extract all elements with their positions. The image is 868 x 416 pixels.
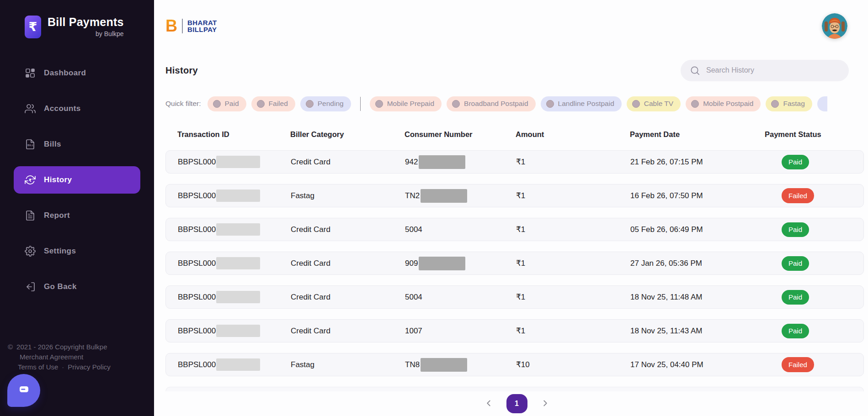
redaction-box: [216, 257, 260, 269]
table-row[interactable]: BBPSL0001 Credit Card 909 ₹1 27 Jan 26, …: [165, 252, 864, 275]
privacy-policy-link[interactable]: Privacy Policy: [68, 362, 110, 372]
transaction-id-cell: BBPSL0001: [178, 257, 291, 269]
copyright-icon: ©: [8, 342, 13, 352]
chat-widget-button[interactable]: [7, 374, 40, 407]
app-title: Bill Payments: [48, 16, 124, 29]
sidebar-item-dashboard[interactable]: Dashboard: [14, 59, 140, 87]
amount-cell: ₹1: [516, 191, 630, 200]
consumer-number-cell: 5004: [405, 225, 516, 234]
redaction-box: [216, 358, 260, 371]
chevron-right-icon: [540, 398, 550, 410]
payment-status-cell: Paid: [765, 324, 863, 338]
avatar-illustration: [822, 13, 847, 39]
column-header-payment-date: Payment Date: [630, 130, 765, 139]
biller-category-cell: Credit Card: [291, 158, 405, 167]
redaction-box: [216, 291, 260, 303]
amount-cell: ₹10: [516, 360, 630, 369]
radio-dot-icon: [257, 100, 265, 108]
radio-dot-icon: [213, 100, 221, 108]
settings-gear-icon: [25, 246, 36, 257]
biller-category-cell: Credit Card: [291, 293, 405, 302]
payment-date-cell: 21 Feb 26, 07:15 PM: [630, 158, 765, 167]
sidebar-item-report[interactable]: Report: [14, 202, 140, 229]
consumer-number-cell: TN8: [405, 358, 516, 372]
column-header-transaction-id: Transaction ID: [177, 130, 290, 139]
search-input[interactable]: [706, 66, 840, 74]
search-bar[interactable]: [681, 60, 849, 81]
radio-dot-icon: [452, 100, 460, 108]
logo-divider: [182, 19, 183, 33]
filter-chip-failed[interactable]: Failed: [251, 96, 295, 111]
sidebar-item-history[interactable]: ₹ History: [14, 166, 140, 194]
rupee-glyph: ₹: [29, 20, 37, 34]
amount-cell: ₹1: [516, 292, 630, 302]
brand-line2: BILLPAY: [187, 26, 217, 33]
redaction-box: [421, 189, 467, 203]
amount-cell: ₹1: [516, 157, 630, 167]
filter-chip-broadband-postpaid[interactable]: Broadband Postpaid: [447, 96, 535, 111]
status-badge: Failed: [782, 357, 814, 372]
table-row[interactable]: BBPSL0001 Fastag TN8 ₹10 17 Nov 25, 04:4…: [165, 353, 864, 376]
footer-separator: ·: [62, 362, 64, 372]
redaction-box: [419, 257, 465, 270]
sidebar-item-label: Report: [44, 211, 70, 220]
filter-chip-mobile-postpaid[interactable]: Mobile Postpaid: [686, 96, 761, 111]
current-page-button[interactable]: 1: [506, 394, 527, 413]
previous-page-button[interactable]: [482, 396, 495, 411]
sidebar-item-label: Bills: [44, 140, 61, 149]
transaction-id-cell: BBPSL0001: [178, 358, 291, 371]
filter-chip-clipped[interactable]: [817, 96, 827, 111]
next-page-button[interactable]: [538, 396, 552, 411]
history-refresh-rupee-icon: ₹: [25, 174, 36, 185]
sidebar-item-accounts[interactable]: Accounts: [14, 95, 140, 122]
bharat-billpay-mark-icon: B: [165, 18, 177, 34]
sidebar-item-bills[interactable]: BILL Bills: [14, 131, 140, 158]
sidebar-item-go-back[interactable]: Go Back: [14, 273, 140, 300]
table-row-clipped[interactable]: [165, 387, 864, 391]
radio-dot-icon: [691, 100, 699, 108]
table-row[interactable]: BBPSL0003 Credit Card 5004 ₹1 05 Feb 26,…: [165, 218, 864, 241]
sidebar-item-label: Go Back: [44, 282, 77, 291]
accounts-users-icon: [25, 103, 36, 114]
sidebar-item-settings[interactable]: Settings: [14, 237, 140, 265]
chat-bubble-icon: [16, 382, 32, 399]
filter-chip-pending[interactable]: Pending: [300, 96, 351, 111]
merchant-agreement-link[interactable]: Merchant Agreement: [20, 353, 83, 361]
user-avatar[interactable]: [822, 13, 847, 39]
filter-chip-cable-tv[interactable]: Cable TV: [627, 96, 681, 111]
radio-dot-icon: [546, 100, 554, 108]
page-title: History: [165, 65, 198, 76]
pagination: 1: [165, 394, 868, 413]
sidebar-item-label: History: [44, 175, 72, 184]
app-logo: ₹ Bill Payments by Bulkpe: [0, 0, 154, 42]
quick-filter-label: Quick filter:: [165, 100, 201, 108]
filter-chip-landline-postpaid[interactable]: Landline Postpaid: [541, 96, 622, 111]
filter-chip-mobile-prepaid[interactable]: Mobile Prepaid: [370, 96, 442, 111]
filter-chip-paid[interactable]: Paid: [208, 96, 246, 111]
table-row[interactable]: BBPSL0003 Credit Card 942 ₹1 21 Feb 26, …: [165, 150, 864, 174]
table-row[interactable]: BBPSL0003 Fastag TN2 ₹1 16 Feb 26, 07:50…: [165, 184, 864, 207]
table-row[interactable]: BBPSL0001 Credit Card 5004 ₹1 18 Nov 25,…: [165, 285, 864, 309]
payment-status-cell: Failed: [765, 188, 863, 203]
main-content: B BHARAT BILLPAY: [154, 0, 868, 416]
sidebar-item-label: Dashboard: [44, 68, 86, 78]
table-header-row: Transaction ID Biller Category Consumer …: [165, 130, 864, 139]
payment-date-cell: 27 Jan 26, 05:36 PM: [630, 259, 765, 268]
report-file-icon: [25, 210, 36, 221]
table-row[interactable]: BBPSL0001 Credit Card 1007 ₹1 18 Nov 25,…: [165, 319, 864, 342]
history-table: Transaction ID Biller Category Consumer …: [165, 130, 868, 391]
filter-divider: [360, 97, 361, 111]
quick-filter-bar: Quick filter: Paid Failed Pending Mobile…: [165, 96, 868, 111]
terms-of-use-link[interactable]: Terms of Use: [18, 362, 58, 372]
filter-chip-fastag[interactable]: Fastag: [766, 96, 812, 111]
consumer-number-cell: 942: [405, 155, 516, 169]
redaction-box: [216, 156, 260, 168]
biller-category-cell: Credit Card: [291, 225, 405, 234]
brand-line1: BHARAT: [187, 19, 217, 26]
sidebar-item-label: Accounts: [44, 104, 81, 113]
radio-dot-icon: [771, 100, 779, 108]
payment-status-cell: Paid: [765, 222, 863, 237]
redaction-box: [421, 358, 467, 372]
title-row: History: [165, 59, 868, 81]
transaction-id-cell: BBPSL0001: [178, 291, 291, 303]
